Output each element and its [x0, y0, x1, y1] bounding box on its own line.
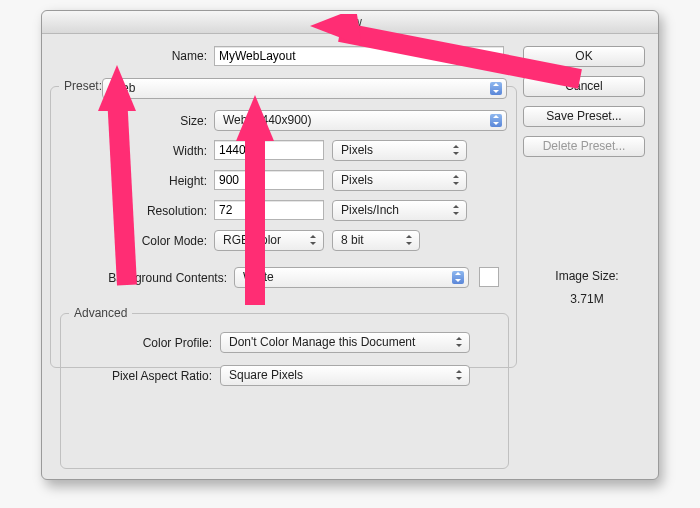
preset-dropdown[interactable]: Web: [102, 78, 507, 99]
color-mode-value: RGB Color: [223, 233, 281, 247]
new-document-dialog: New Name: Preset: Web Size: Web (1440x90…: [41, 10, 659, 480]
color-mode-label: Color Mode:: [112, 234, 207, 248]
name-input[interactable]: [214, 46, 504, 66]
delete-preset-button: Delete Preset...: [523, 136, 645, 157]
size-label: Size:: [147, 114, 207, 128]
resolution-input[interactable]: [214, 200, 324, 220]
resolution-unit-dropdown[interactable]: Pixels/Inch: [332, 200, 467, 221]
height-unit-dropdown[interactable]: Pixels: [332, 170, 467, 191]
cancel-button[interactable]: Cancel: [523, 76, 645, 97]
pixel-aspect-value: Square Pixels: [229, 368, 303, 382]
image-size-value: 3.71M: [542, 292, 632, 306]
size-dropdown[interactable]: Web (1440x900): [214, 110, 507, 131]
color-profile-value: Don't Color Manage this Document: [229, 335, 415, 349]
advanced-legend: Advanced: [69, 306, 132, 320]
bg-contents-value: White: [243, 270, 274, 284]
width-label: Width:: [137, 144, 207, 158]
resolution-unit-value: Pixels/Inch: [341, 203, 399, 217]
ok-button[interactable]: OK: [523, 46, 645, 67]
bg-color-swatch[interactable]: [479, 267, 499, 287]
resolution-label: Resolution:: [122, 204, 207, 218]
image-size-label: Image Size:: [542, 269, 632, 283]
name-label: Name:: [147, 49, 207, 63]
bit-depth-value: 8 bit: [341, 233, 364, 247]
height-unit-value: Pixels: [341, 173, 373, 187]
bg-contents-label: Background Contents:: [77, 271, 227, 285]
color-mode-dropdown[interactable]: RGB Color: [214, 230, 324, 251]
preset-value: Web: [111, 81, 135, 95]
width-input[interactable]: [214, 140, 324, 160]
window-title: New: [42, 11, 658, 34]
height-label: Height:: [137, 174, 207, 188]
color-profile-label: Color Profile:: [97, 336, 212, 350]
width-unit-value: Pixels: [341, 143, 373, 157]
pixel-aspect-dropdown[interactable]: Square Pixels: [220, 365, 470, 386]
width-unit-dropdown[interactable]: Pixels: [332, 140, 467, 161]
bit-depth-dropdown[interactable]: 8 bit: [332, 230, 420, 251]
size-value: Web (1440x900): [223, 113, 312, 127]
pixel-aspect-label: Pixel Aspect Ratio:: [77, 369, 212, 383]
height-input[interactable]: [214, 170, 324, 190]
preset-legend: Preset:: [59, 79, 107, 93]
color-profile-dropdown[interactable]: Don't Color Manage this Document: [220, 332, 470, 353]
bg-contents-dropdown[interactable]: White: [234, 267, 469, 288]
dialog-body: Name: Preset: Web Size: Web (1440x900) W…: [42, 34, 658, 480]
save-preset-button[interactable]: Save Preset...: [523, 106, 645, 127]
